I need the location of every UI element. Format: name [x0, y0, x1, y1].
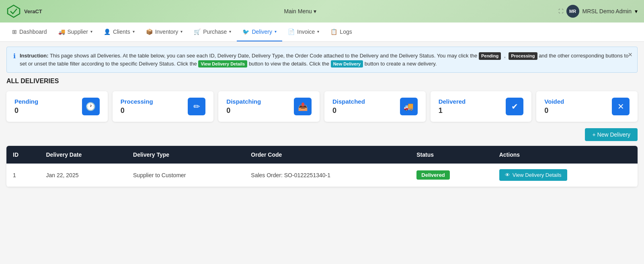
dashboard-icon: ⊞ — [12, 29, 17, 35]
status-card-processing[interactable]: Processing 0 ✏ — [113, 91, 214, 122]
status-card-icon: 📤 — [294, 98, 312, 115]
badge-processing[interactable]: Processing — [509, 52, 537, 60]
logo-icon — [6, 4, 21, 18]
table-header-actions: Actions — [493, 146, 638, 164]
table-header-order-code: Order Code — [244, 146, 410, 164]
status-card-icon: ✔ — [506, 98, 523, 115]
logo-area: VeraCT — [6, 4, 42, 18]
delivery-chevron: ▾ — [275, 29, 277, 34]
badge-pending[interactable]: Pending — [479, 52, 501, 60]
table-header-delivery-date: Delivery Date — [40, 146, 127, 164]
main-menu-label: Main Menu — [284, 8, 312, 14]
nav-item-delivery[interactable]: 🐦 Delivery ▾ — [237, 23, 282, 41]
cell-status: Delivered — [410, 164, 492, 187]
close-banner-button[interactable]: × — [628, 51, 632, 58]
nav-item-invoice[interactable]: 📄 Invoice ▾ — [282, 23, 325, 41]
view-delivery-details-button[interactable]: 👁 View Delivery Details — [499, 169, 567, 181]
status-card-title: Voided — [544, 98, 564, 105]
supplier-chevron: ▾ — [90, 29, 92, 34]
user-name: MRSL Demo Admin — [582, 8, 632, 14]
nav-item-dashboard[interactable]: ⊞ Dashboard — [6, 23, 53, 41]
status-card-icon: 🕐 — [82, 98, 100, 115]
table-header-id: ID — [6, 146, 40, 164]
cell-delivery-type: Supplier to Customer — [127, 164, 244, 187]
clients-chevron: ▾ — [133, 29, 135, 34]
status-card-dispatched[interactable]: Dispatched 0 🚚 — [324, 91, 426, 122]
purchase-chevron: ▾ — [229, 29, 231, 34]
status-card-count: 0 — [332, 106, 365, 115]
badge-view-delivery[interactable]: View Delivery Details — [198, 60, 247, 68]
table-header-delivery-type: Delivery Type — [127, 146, 244, 164]
clients-icon: 👤 — [104, 29, 111, 35]
supplier-icon: 🚚 — [58, 29, 65, 35]
new-delivery-button[interactable]: + New Delivery — [585, 128, 638, 141]
status-card-title: Dispatching — [226, 98, 261, 105]
status-card-delivered[interactable]: Delivered 1 ✔ — [431, 91, 532, 122]
status-card-count: 0 — [121, 106, 153, 115]
nav-item-clients[interactable]: 👤 Clients ▾ — [98, 23, 140, 41]
invoice-icon: 📄 — [288, 29, 295, 35]
status-card-title: Dispatched — [332, 98, 365, 105]
status-card-icon: 🚚 — [400, 98, 418, 115]
eye-icon: 👁 — [505, 172, 510, 178]
status-card-count: 0 — [544, 106, 564, 115]
section-title: ALL DELIVERIES — [6, 78, 638, 85]
svg-marker-0 — [8, 5, 20, 17]
status-card-voided[interactable]: Voided 0 ✕ — [536, 91, 638, 122]
inventory-icon: 📦 — [146, 29, 153, 35]
page-content: ALL DELIVERIES Pending 0 🕐 Processing 0 … — [0, 78, 644, 193]
purchase-icon: 🛒 — [194, 29, 201, 35]
status-card-dispatching[interactable]: Dispatching 0 📤 — [218, 91, 320, 122]
nav-bar: ⊞ Dashboard 🚚 Supplier ▾ 👤 Clients ▾ 📦 I… — [0, 23, 644, 42]
cell-id: 1 — [6, 164, 40, 187]
deliveries-table: IDDelivery DateDelivery TypeOrder CodeSt… — [6, 146, 638, 187]
expand-icon[interactable]: ⛶ — [558, 8, 563, 14]
table-body: 1 Jan 22, 2025 Supplier to Customer Sale… — [6, 164, 638, 187]
delivery-icon: 🐦 — [242, 29, 249, 35]
main-menu-button[interactable]: Main Menu ▾ — [284, 8, 316, 14]
cell-order-code: Sales Order: SO-0122251340-1 — [244, 164, 410, 187]
deliveries-table-container: IDDelivery DateDelivery TypeOrder CodeSt… — [6, 146, 638, 187]
invoice-chevron: ▾ — [317, 29, 319, 34]
cell-actions: 👁 View Delivery Details — [493, 164, 638, 187]
status-card-pending[interactable]: Pending 0 🕐 — [6, 91, 108, 122]
status-cards: Pending 0 🕐 Processing 0 ✏ Dispatching 0… — [6, 91, 638, 122]
status-card-count: 1 — [439, 106, 466, 115]
logs-icon: 📋 — [330, 29, 337, 35]
status-card-title: Pending — [14, 98, 38, 105]
status-card-title: Processing — [121, 98, 153, 105]
status-card-count: 0 — [226, 106, 261, 115]
status-card-title: Delivered — [439, 98, 466, 105]
info-text: Instruction: This page shows all Deliver… — [20, 52, 631, 68]
status-card-icon: ✕ — [612, 98, 630, 115]
nav-item-supplier[interactable]: 🚚 Supplier ▾ — [53, 23, 98, 41]
table-header: IDDelivery DateDelivery TypeOrder CodeSt… — [6, 146, 638, 164]
cell-delivery-date: Jan 22, 2025 — [40, 164, 127, 187]
badge-new-delivery[interactable]: New Delivery — [331, 60, 363, 68]
info-banner: ℹ Instruction: This page shows all Deliv… — [6, 47, 638, 73]
nav-item-logs[interactable]: 📋 Logs — [325, 23, 357, 41]
table-actions: + New Delivery — [6, 128, 638, 141]
info-icon: ℹ — [13, 52, 16, 60]
logo-text: VeraCT — [24, 8, 42, 14]
nav-item-purchase[interactable]: 🛒 Purchase ▾ — [188, 23, 237, 41]
status-badge: Delivered — [416, 170, 450, 180]
table-header-status: Status — [410, 146, 492, 164]
user-avatar: MR — [566, 5, 579, 18]
inventory-chevron: ▾ — [180, 29, 183, 34]
main-menu-chevron: ▾ — [314, 8, 316, 14]
status-card-icon: ✏ — [188, 98, 205, 115]
top-bar: VeraCT Main Menu ▾ ⛶ MR MRSL Demo Admin … — [0, 0, 644, 23]
table-row: 1 Jan 22, 2025 Supplier to Customer Sale… — [6, 164, 638, 187]
status-card-count: 0 — [14, 106, 38, 115]
nav-item-inventory[interactable]: 📦 Inventory ▾ — [140, 23, 189, 41]
user-area: ⛶ MR MRSL Demo Admin ▾ — [558, 5, 638, 18]
user-chevron: ▾ — [635, 8, 638, 14]
